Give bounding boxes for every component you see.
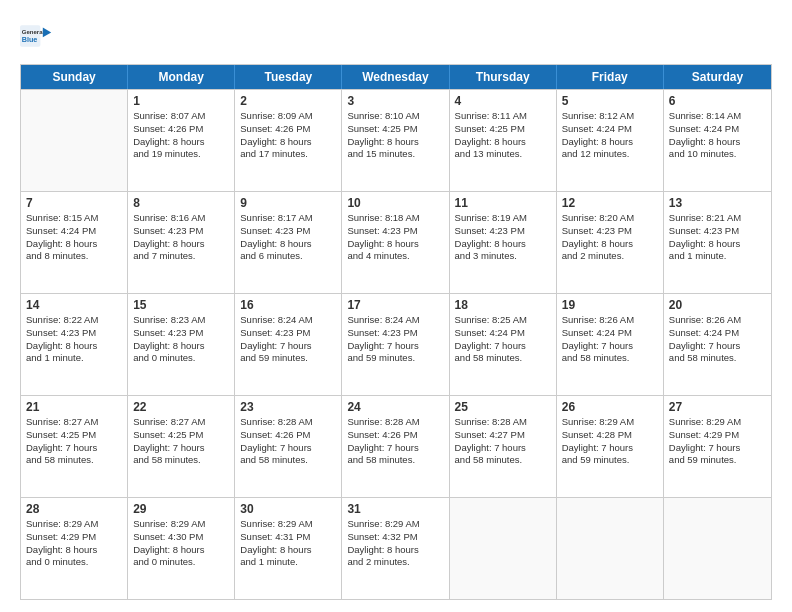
day-info: Sunrise: 8:07 AMSunset: 4:26 PMDaylight:… bbox=[133, 110, 229, 161]
day-cell-12: 12Sunrise: 8:20 AMSunset: 4:23 PMDayligh… bbox=[557, 192, 664, 293]
day-info: Sunrise: 8:27 AMSunset: 4:25 PMDaylight:… bbox=[133, 416, 229, 467]
day-info: Sunrise: 8:17 AMSunset: 4:23 PMDaylight:… bbox=[240, 212, 336, 263]
day-number: 22 bbox=[133, 400, 229, 414]
calendar-header-row: SundayMondayTuesdayWednesdayThursdayFrid… bbox=[21, 65, 771, 89]
calendar-body: 1Sunrise: 8:07 AMSunset: 4:26 PMDaylight… bbox=[21, 89, 771, 599]
day-number: 2 bbox=[240, 94, 336, 108]
day-cell-empty bbox=[664, 498, 771, 599]
day-info: Sunrise: 8:29 AMSunset: 4:28 PMDaylight:… bbox=[562, 416, 658, 467]
day-cell-3: 3Sunrise: 8:10 AMSunset: 4:25 PMDaylight… bbox=[342, 90, 449, 191]
calendar-week-1: 1Sunrise: 8:07 AMSunset: 4:26 PMDaylight… bbox=[21, 89, 771, 191]
day-cell-29: 29Sunrise: 8:29 AMSunset: 4:30 PMDayligh… bbox=[128, 498, 235, 599]
day-info: Sunrise: 8:29 AMSunset: 4:31 PMDaylight:… bbox=[240, 518, 336, 569]
header-day-thursday: Thursday bbox=[450, 65, 557, 89]
day-number: 8 bbox=[133, 196, 229, 210]
day-number: 28 bbox=[26, 502, 122, 516]
day-info: Sunrise: 8:29 AMSunset: 4:32 PMDaylight:… bbox=[347, 518, 443, 569]
logo-icon: General Blue bbox=[20, 18, 56, 54]
day-number: 24 bbox=[347, 400, 443, 414]
day-number: 3 bbox=[347, 94, 443, 108]
day-number: 29 bbox=[133, 502, 229, 516]
header-day-sunday: Sunday bbox=[21, 65, 128, 89]
day-cell-20: 20Sunrise: 8:26 AMSunset: 4:24 PMDayligh… bbox=[664, 294, 771, 395]
day-cell-4: 4Sunrise: 8:11 AMSunset: 4:25 PMDaylight… bbox=[450, 90, 557, 191]
calendar-week-5: 28Sunrise: 8:29 AMSunset: 4:29 PMDayligh… bbox=[21, 497, 771, 599]
day-info: Sunrise: 8:19 AMSunset: 4:23 PMDaylight:… bbox=[455, 212, 551, 263]
day-info: Sunrise: 8:18 AMSunset: 4:23 PMDaylight:… bbox=[347, 212, 443, 263]
day-info: Sunrise: 8:26 AMSunset: 4:24 PMDaylight:… bbox=[562, 314, 658, 365]
day-cell-18: 18Sunrise: 8:25 AMSunset: 4:24 PMDayligh… bbox=[450, 294, 557, 395]
header-day-tuesday: Tuesday bbox=[235, 65, 342, 89]
day-cell-11: 11Sunrise: 8:19 AMSunset: 4:23 PMDayligh… bbox=[450, 192, 557, 293]
day-number: 27 bbox=[669, 400, 766, 414]
day-info: Sunrise: 8:10 AMSunset: 4:25 PMDaylight:… bbox=[347, 110, 443, 161]
day-number: 16 bbox=[240, 298, 336, 312]
calendar-week-4: 21Sunrise: 8:27 AMSunset: 4:25 PMDayligh… bbox=[21, 395, 771, 497]
day-number: 12 bbox=[562, 196, 658, 210]
day-number: 1 bbox=[133, 94, 229, 108]
day-number: 30 bbox=[240, 502, 336, 516]
day-number: 21 bbox=[26, 400, 122, 414]
day-cell-30: 30Sunrise: 8:29 AMSunset: 4:31 PMDayligh… bbox=[235, 498, 342, 599]
day-number: 23 bbox=[240, 400, 336, 414]
header-day-wednesday: Wednesday bbox=[342, 65, 449, 89]
day-info: Sunrise: 8:20 AMSunset: 4:23 PMDaylight:… bbox=[562, 212, 658, 263]
day-number: 9 bbox=[240, 196, 336, 210]
day-info: Sunrise: 8:29 AMSunset: 4:29 PMDaylight:… bbox=[669, 416, 766, 467]
day-cell-7: 7Sunrise: 8:15 AMSunset: 4:24 PMDaylight… bbox=[21, 192, 128, 293]
day-info: Sunrise: 8:11 AMSunset: 4:25 PMDaylight:… bbox=[455, 110, 551, 161]
day-cell-23: 23Sunrise: 8:28 AMSunset: 4:26 PMDayligh… bbox=[235, 396, 342, 497]
day-number: 25 bbox=[455, 400, 551, 414]
day-cell-31: 31Sunrise: 8:29 AMSunset: 4:32 PMDayligh… bbox=[342, 498, 449, 599]
calendar-page: General Blue SundayMondayTuesdayWednesda… bbox=[0, 0, 792, 612]
day-number: 19 bbox=[562, 298, 658, 312]
calendar-grid: SundayMondayTuesdayWednesdayThursdayFrid… bbox=[20, 64, 772, 600]
day-number: 15 bbox=[133, 298, 229, 312]
day-cell-24: 24Sunrise: 8:28 AMSunset: 4:26 PMDayligh… bbox=[342, 396, 449, 497]
day-cell-21: 21Sunrise: 8:27 AMSunset: 4:25 PMDayligh… bbox=[21, 396, 128, 497]
day-number: 11 bbox=[455, 196, 551, 210]
logo: General Blue bbox=[20, 18, 56, 54]
page-header: General Blue bbox=[20, 18, 772, 54]
day-info: Sunrise: 8:24 AMSunset: 4:23 PMDaylight:… bbox=[240, 314, 336, 365]
day-number: 18 bbox=[455, 298, 551, 312]
day-cell-10: 10Sunrise: 8:18 AMSunset: 4:23 PMDayligh… bbox=[342, 192, 449, 293]
day-cell-22: 22Sunrise: 8:27 AMSunset: 4:25 PMDayligh… bbox=[128, 396, 235, 497]
day-cell-28: 28Sunrise: 8:29 AMSunset: 4:29 PMDayligh… bbox=[21, 498, 128, 599]
calendar-week-2: 7Sunrise: 8:15 AMSunset: 4:24 PMDaylight… bbox=[21, 191, 771, 293]
day-number: 5 bbox=[562, 94, 658, 108]
day-cell-26: 26Sunrise: 8:29 AMSunset: 4:28 PMDayligh… bbox=[557, 396, 664, 497]
calendar-week-3: 14Sunrise: 8:22 AMSunset: 4:23 PMDayligh… bbox=[21, 293, 771, 395]
day-cell-17: 17Sunrise: 8:24 AMSunset: 4:23 PMDayligh… bbox=[342, 294, 449, 395]
day-info: Sunrise: 8:09 AMSunset: 4:26 PMDaylight:… bbox=[240, 110, 336, 161]
day-number: 7 bbox=[26, 196, 122, 210]
day-number: 17 bbox=[347, 298, 443, 312]
day-cell-2: 2Sunrise: 8:09 AMSunset: 4:26 PMDaylight… bbox=[235, 90, 342, 191]
day-number: 4 bbox=[455, 94, 551, 108]
day-info: Sunrise: 8:15 AMSunset: 4:24 PMDaylight:… bbox=[26, 212, 122, 263]
day-cell-6: 6Sunrise: 8:14 AMSunset: 4:24 PMDaylight… bbox=[664, 90, 771, 191]
day-cell-16: 16Sunrise: 8:24 AMSunset: 4:23 PMDayligh… bbox=[235, 294, 342, 395]
svg-text:Blue: Blue bbox=[22, 35, 38, 44]
day-cell-27: 27Sunrise: 8:29 AMSunset: 4:29 PMDayligh… bbox=[664, 396, 771, 497]
day-info: Sunrise: 8:21 AMSunset: 4:23 PMDaylight:… bbox=[669, 212, 766, 263]
day-number: 26 bbox=[562, 400, 658, 414]
day-info: Sunrise: 8:29 AMSunset: 4:30 PMDaylight:… bbox=[133, 518, 229, 569]
day-info: Sunrise: 8:16 AMSunset: 4:23 PMDaylight:… bbox=[133, 212, 229, 263]
day-cell-empty bbox=[21, 90, 128, 191]
day-info: Sunrise: 8:23 AMSunset: 4:23 PMDaylight:… bbox=[133, 314, 229, 365]
day-info: Sunrise: 8:25 AMSunset: 4:24 PMDaylight:… bbox=[455, 314, 551, 365]
day-number: 20 bbox=[669, 298, 766, 312]
header-day-saturday: Saturday bbox=[664, 65, 771, 89]
day-number: 10 bbox=[347, 196, 443, 210]
day-info: Sunrise: 8:12 AMSunset: 4:24 PMDaylight:… bbox=[562, 110, 658, 161]
day-cell-14: 14Sunrise: 8:22 AMSunset: 4:23 PMDayligh… bbox=[21, 294, 128, 395]
day-cell-empty bbox=[450, 498, 557, 599]
day-info: Sunrise: 8:26 AMSunset: 4:24 PMDaylight:… bbox=[669, 314, 766, 365]
day-cell-15: 15Sunrise: 8:23 AMSunset: 4:23 PMDayligh… bbox=[128, 294, 235, 395]
day-info: Sunrise: 8:29 AMSunset: 4:29 PMDaylight:… bbox=[26, 518, 122, 569]
day-info: Sunrise: 8:24 AMSunset: 4:23 PMDaylight:… bbox=[347, 314, 443, 365]
day-info: Sunrise: 8:28 AMSunset: 4:26 PMDaylight:… bbox=[240, 416, 336, 467]
day-info: Sunrise: 8:28 AMSunset: 4:27 PMDaylight:… bbox=[455, 416, 551, 467]
day-number: 13 bbox=[669, 196, 766, 210]
